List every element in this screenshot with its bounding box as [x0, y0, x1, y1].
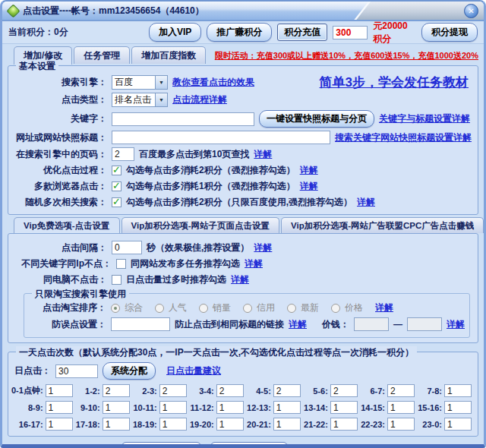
keyword-title-help-link[interactable]: 关键字与标题设置详解: [379, 112, 470, 125]
daily-click-input[interactable]: [55, 364, 98, 378]
tab-baidu-index[interactable]: 增加百度指数: [131, 46, 206, 64]
basic-settings-legend: 基本设置: [16, 60, 58, 73]
close-button[interactable]: ✕: [464, 4, 478, 18]
page-number-input[interactable]: [112, 147, 134, 161]
daily-click-suggestion-link[interactable]: 日点击量建议: [166, 364, 221, 377]
hour-input[interactable]: [330, 401, 358, 414]
hour-input[interactable]: [46, 384, 73, 397]
hour-input[interactable]: [159, 418, 187, 431]
tab-vip-subpage-click[interactable]: Vip加积分选项-网站子页面点击设置: [122, 217, 280, 233]
hour-cell: 14-15:: [358, 401, 415, 414]
limited-time-promo-link[interactable]: 限时活动：充值300或以上赠送10%，充值600送15%，充值1000送20%: [215, 50, 478, 64]
hour-input[interactable]: [216, 384, 244, 397]
hour-cell: 23-0:: [415, 418, 472, 431]
hour-cell: 19-20:: [187, 418, 244, 431]
url-input[interactable]: [112, 131, 330, 144]
radio-sort-newest: [287, 304, 296, 313]
optimize-click-label: 优化点击过程：: [14, 164, 107, 177]
misclick-detail-link[interactable]: 详解: [289, 318, 307, 331]
hour-input[interactable]: [103, 401, 130, 414]
titlebar: 点击设置----帐号：mm123456654（44610） ✕: [2, 2, 484, 21]
hour-label: 6-7:: [370, 386, 385, 396]
hour-input[interactable]: [216, 401, 244, 414]
hour-label: 3-4:: [199, 386, 214, 396]
system-assign-button[interactable]: 系统分配: [103, 362, 156, 380]
tutorial-link[interactable]: 简单3步，学会发任务教材: [320, 74, 469, 91]
click-interval-input[interactable]: [112, 241, 142, 254]
hour-input[interactable]: [273, 401, 301, 414]
publish-task-button[interactable]: 发布任务/修改: [122, 442, 201, 448]
taobao-sort-detail-link[interactable]: 详解: [375, 301, 393, 314]
search-engine-select[interactable]: 百度 ▼: [112, 75, 168, 90]
hour-input[interactable]: [273, 384, 301, 397]
hour-input[interactable]: [444, 384, 472, 397]
same-pc-no-click-checkbox[interactable]: [112, 275, 122, 285]
click-type-select[interactable]: 排名点击 ▼: [112, 93, 168, 107]
view-click-effect-link[interactable]: 教你查看点击的效果: [172, 76, 254, 89]
radio-sort-price: [331, 304, 340, 313]
snapshot-title-help-link[interactable]: 搜索关键字网站快照标题设置详解: [335, 131, 472, 144]
hour-cell: 1-2:: [73, 384, 130, 397]
hour-input[interactable]: [159, 401, 187, 414]
recharge-amount-input[interactable]: [333, 26, 368, 39]
hour-input[interactable]: [46, 401, 73, 414]
optimize-click-row: 优化点击过程： 勾选每点击多消耗2积分（强烈推荐勾选） 详解: [14, 164, 472, 177]
click-flow-detail-link[interactable]: 点击流程详解: [172, 93, 227, 106]
window-title: 点击设置----帐号：mm123456654（44610）: [23, 5, 204, 17]
diff-keyword-same-ip-checkbox[interactable]: [116, 259, 126, 269]
click-interval-hint: 秒（效果极佳,推荐设置）: [147, 241, 249, 254]
auto-snapshot-title-button[interactable]: 一键设置快照标题与分页: [259, 110, 374, 128]
random-search-detail-link[interactable]: 详解: [357, 196, 375, 209]
random-search-label: 随机多次相关搜索：: [14, 196, 107, 209]
multi-browser-detail-link[interactable]: 详解: [300, 180, 318, 193]
same-pc-detail-link[interactable]: 详解: [231, 273, 249, 286]
hour-input[interactable]: [444, 401, 472, 414]
misclick-hint: 防止点击到相同标题的链接: [175, 318, 284, 331]
hour-cell: 6-7:: [358, 384, 415, 397]
simulate-click-test-button[interactable]: 模拟点击测试: [210, 442, 288, 448]
page-number-detail-link[interactable]: 详解: [254, 148, 272, 161]
hour-cell: 15-16:: [415, 401, 472, 414]
optimize-click-checkbox[interactable]: [112, 166, 122, 175]
same-pc-no-click-label: 同电脑不点击：: [14, 273, 107, 286]
hour-input[interactable]: [103, 384, 130, 397]
radio-sort-composite-label: 综合: [125, 301, 143, 314]
hour-input[interactable]: [273, 418, 301, 431]
hour-label: 19-20:: [190, 420, 214, 429]
tab-task-management[interactable]: 任务管理: [74, 46, 130, 64]
hour-label: 15-16:: [418, 403, 442, 412]
daily-click-label: 日点击：: [14, 364, 51, 377]
optimize-click-detail-link[interactable]: 详解: [300, 164, 318, 177]
hour-input[interactable]: [159, 384, 187, 397]
hour-input[interactable]: [330, 418, 358, 431]
daily-click-row: 日点击： 系统分配 日点击量建议: [14, 362, 472, 380]
recharge-button[interactable]: 积分充值: [277, 24, 327, 41]
join-vip-button[interactable]: 加入VIP: [149, 23, 201, 42]
hour-input[interactable]: [387, 401, 415, 414]
promote-earn-button[interactable]: 推广赚积分: [207, 23, 272, 42]
hour-input[interactable]: [387, 418, 415, 431]
diff-keyword-same-ip-label: 不同关键字同Ip不点：: [14, 257, 112, 270]
tab-vip-free-options[interactable]: Vip免费选项-点击设置: [14, 217, 120, 234]
hour-input[interactable]: [330, 384, 358, 397]
withdraw-button[interactable]: 积分提现: [421, 23, 478, 42]
random-search-checkbox[interactable]: [112, 197, 122, 207]
click-interval-label: 点击间隔：: [14, 241, 107, 254]
click-interval-detail-link[interactable]: 详解: [254, 241, 272, 254]
keyword-input[interactable]: [112, 112, 254, 126]
hour-input[interactable]: [444, 418, 472, 431]
diff-keyword-detail-link[interactable]: 详解: [245, 257, 263, 270]
misclick-input[interactable]: [111, 317, 170, 331]
current-points-text: 当前积分：0分: [8, 26, 144, 39]
multi-browser-checkbox[interactable]: [112, 181, 122, 191]
page-number-hint: 百度最多点击到第10页查找: [139, 148, 249, 161]
radio-sort-credit: [243, 304, 252, 313]
price-range-detail-link[interactable]: 详解: [447, 318, 465, 331]
hour-input[interactable]: [46, 418, 73, 431]
hour-input[interactable]: [103, 418, 130, 431]
price-max-input: [407, 317, 442, 331]
hour-cell: 22-23:: [358, 418, 415, 431]
hour-input[interactable]: [387, 384, 415, 397]
hour-input[interactable]: [216, 418, 244, 431]
tab-vip-cpc-ads[interactable]: Vip加积分选项-网站广告联盟CPC广告点击赚钱: [281, 217, 484, 233]
